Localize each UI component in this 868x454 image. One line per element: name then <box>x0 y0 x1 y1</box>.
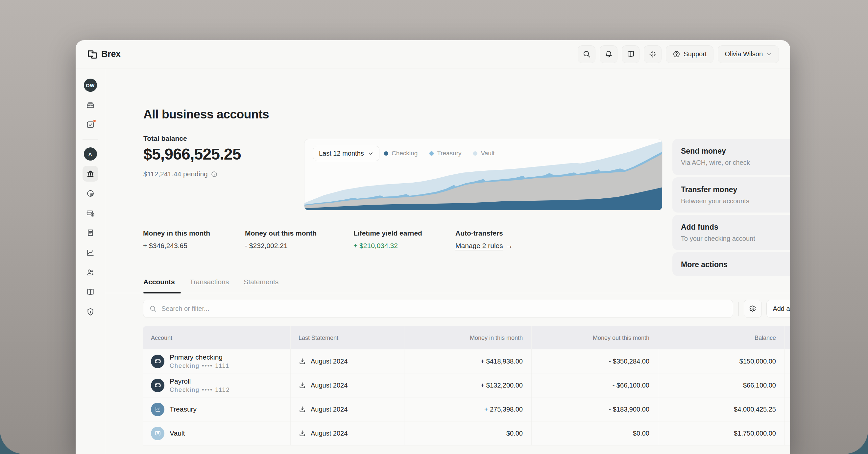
chart-range-label: Last 12 months <box>319 150 364 157</box>
more-actions-card[interactable]: More actions <box>672 252 790 276</box>
search-button[interactable] <box>578 46 595 63</box>
balance-chart-card: Last 12 months Checking Treasury Vault <box>304 139 662 211</box>
money-in-cell: + 275,398.00 <box>404 397 532 421</box>
sidebar-account-avatar[interactable]: A <box>83 146 98 162</box>
transfer-money-card[interactable]: Transfer money Between your accounts <box>672 177 790 213</box>
pie-chart-icon <box>86 189 95 198</box>
money-out-cell: - $350,284.00 <box>532 350 658 373</box>
statement-cell[interactable]: August 2024 <box>291 421 404 445</box>
add-funds-card[interactable]: Add funds To your checking account <box>672 215 790 250</box>
money-out-cell: - $66,100.00 <box>532 373 658 397</box>
download-icon <box>299 430 306 437</box>
statement-period: August 2024 <box>311 382 347 389</box>
sidebar-item-accounts[interactable] <box>83 166 98 182</box>
balance-cell: $150,000.00 <box>658 350 785 373</box>
search-filter-box[interactable] <box>143 300 733 318</box>
user-menu[interactable]: Olivia Wilson <box>718 46 779 63</box>
docs-button[interactable] <box>622 46 640 63</box>
page-title: All business accounts <box>143 108 269 121</box>
action-title: Transfer money <box>681 185 790 194</box>
action-subtitle: To your checking account <box>681 235 790 242</box>
book-icon <box>627 50 635 58</box>
col-header-account: Account <box>143 326 291 350</box>
search-icon <box>149 305 157 312</box>
active-tab-underline <box>143 292 181 294</box>
table-row[interactable]: Vault August 2024 $0.00 $0.00 $1,750,000… <box>143 421 790 446</box>
sidebar-user-avatar[interactable]: OW <box>83 77 98 93</box>
col-header-money-out: Money out this month <box>532 326 658 350</box>
tab-accounts[interactable]: Accounts <box>143 278 175 294</box>
accounts-table: Account Last Statement Money in this mon… <box>143 326 790 446</box>
action-subtitle: Between your accounts <box>681 198 790 205</box>
receipt-icon <box>86 229 95 237</box>
statement-cell[interactable]: August 2024 <box>291 397 404 421</box>
brand-name: Brex <box>101 49 121 59</box>
assistant-button[interactable] <box>644 46 661 63</box>
table-row[interactable]: Payroll Checking •••• 1112 August 2024 +… <box>143 373 790 397</box>
sidebar-item-team[interactable] <box>83 265 98 280</box>
tab-transactions[interactable]: Transactions <box>190 278 229 294</box>
card-plus-icon <box>86 209 95 217</box>
stat-label: Lifetime yield earned <box>353 229 452 237</box>
tab-statements[interactable]: Statements <box>244 278 278 294</box>
search-input[interactable] <box>161 305 727 312</box>
money-in-cell: $0.00 <box>404 421 532 445</box>
total-balance-value: $5,966,525.25 <box>143 145 241 163</box>
manage-rules-link[interactable]: Manage 2 rules → <box>455 242 554 250</box>
help-circle-icon <box>673 50 680 58</box>
sparkle-icon <box>649 50 657 58</box>
stat-lifetime-yield: Lifetime yield earned + $210,034.32 <box>353 229 452 250</box>
app-header: Brex <box>75 40 790 68</box>
notification-dot <box>93 119 96 123</box>
sidebar-item-analytics[interactable] <box>83 245 98 261</box>
stat-auto-transfers: Auto-transfers Manage 2 rules → <box>455 229 554 250</box>
pending-balance: $112,241.44 pending <box>143 170 218 178</box>
arrow-right-icon: → <box>506 242 513 250</box>
add-account-button[interactable]: Add account <box>766 300 790 318</box>
download-icon <box>299 358 306 365</box>
action-title: More actions <box>681 260 790 269</box>
stat-label: Money in this month <box>143 229 242 237</box>
legend-dot-treasury <box>429 151 434 156</box>
team-icon <box>86 268 95 277</box>
toolbar-divider <box>739 302 739 316</box>
sidebar-item-wallet[interactable] <box>83 97 98 113</box>
checking-account-icon <box>151 355 164 368</box>
table-row[interactable]: Primary checking Checking •••• 1111 Augu… <box>143 350 790 373</box>
stat-value: + $210,034.32 <box>353 242 452 250</box>
balance-cell: $1,750,000.00 <box>658 421 785 445</box>
sidebar-item-resources[interactable] <box>83 284 98 300</box>
account-name: Vault <box>169 429 185 437</box>
pending-text: $112,241.44 pending <box>143 170 208 178</box>
money-out-cell: $0.00 <box>532 421 658 445</box>
legend-label-vault: Vault <box>481 150 495 157</box>
send-money-card[interactable]: Send money Via ACH, wire, or check <box>672 139 790 175</box>
chevron-down-icon <box>368 151 373 156</box>
sidebar-item-tasks[interactable] <box>83 117 98 132</box>
notifications-button[interactable] <box>600 46 617 63</box>
legend-dot-vault <box>473 151 477 156</box>
info-icon[interactable] <box>211 171 218 178</box>
download-icon <box>299 382 306 389</box>
app-window: Brex <box>75 40 790 454</box>
brex-logo-icon <box>87 49 98 60</box>
col-header-last-statement: Last Statement <box>291 326 404 350</box>
col-header-money-in: Money in this month <box>404 326 532 350</box>
sidebar-item-spend[interactable] <box>83 186 98 201</box>
vault-account-icon <box>151 427 164 440</box>
table-settings-button[interactable] <box>744 300 762 318</box>
chart-range-dropdown[interactable]: Last 12 months <box>313 146 379 161</box>
statement-cell[interactable]: August 2024 <box>291 350 404 373</box>
search-icon <box>583 50 591 58</box>
user-name: Olivia Wilson <box>725 50 763 58</box>
table-row[interactable]: Treasury August 2024 + 275,398.00 - $183… <box>143 397 790 421</box>
action-title: Add funds <box>681 223 790 232</box>
sidebar-item-cards[interactable] <box>83 205 98 221</box>
support-button[interactable]: Support <box>666 46 713 63</box>
sidebar-item-bills[interactable] <box>83 225 98 241</box>
statement-period: August 2024 <box>311 358 347 365</box>
line-chart-icon <box>86 248 95 257</box>
legend-label-treasury: Treasury <box>437 150 461 157</box>
statement-cell[interactable]: August 2024 <box>291 373 404 397</box>
sidebar-item-security[interactable] <box>83 304 98 320</box>
